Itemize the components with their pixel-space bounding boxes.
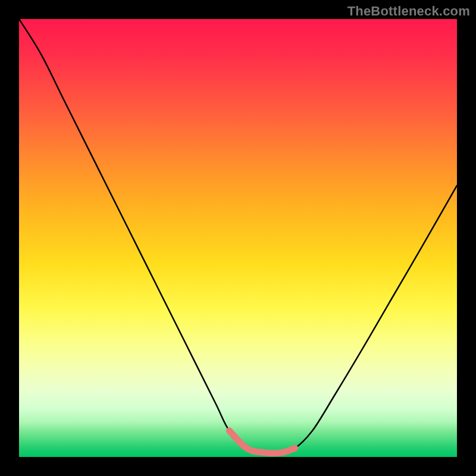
chart-stage: TheBottleneck.com	[0, 0, 476, 476]
valley-highlight-path	[229, 431, 295, 453]
bottleneck-curve-path	[19, 19, 457, 453]
curve-layer	[19, 19, 457, 457]
watermark-text: TheBottleneck.com	[347, 4, 470, 19]
plot-area	[19, 19, 457, 457]
